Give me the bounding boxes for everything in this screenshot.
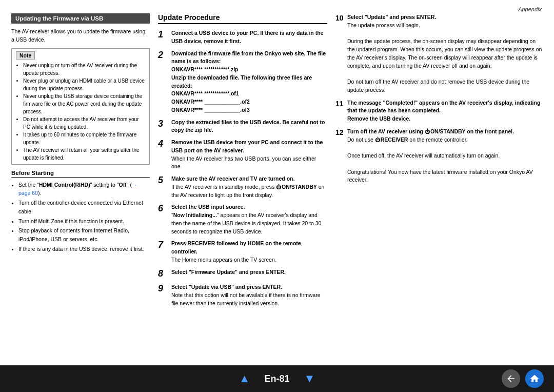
before-starting-item: Turn off Multi Zone if this function is … [18, 217, 150, 226]
note-item: The AV receiver will retain all your set… [23, 146, 145, 162]
step-11-num: 11 [335, 99, 345, 123]
appendix-label: Appendix [518, 6, 542, 12]
step-5-num: 5 [158, 175, 168, 199]
bottom-icons [502, 369, 544, 388]
before-starting-item: Turn off the controller device connected… [18, 199, 150, 216]
step-7-num: 7 [158, 240, 168, 264]
step-12: 12 Turn off the AV receiver using ⏻ON/ST… [335, 128, 543, 184]
step-2-content: Download the firmware file from the Onky… [171, 50, 327, 114]
before-starting-list: Set the "HDMI Control(RIHD)" setting to … [11, 181, 150, 253]
note-item: Do not attempt to access the AV receiver… [23, 115, 145, 131]
step-11-subheading: Remove the USB device. [347, 115, 410, 122]
steps-list: 1 Connect a USB device to your PC. If th… [158, 29, 327, 307]
step-4: 4 Remove the USB device from your PC and… [158, 139, 327, 171]
step-2-code1: ONKAVR**** ************.zip [171, 66, 239, 72]
step-11-heading: The message "Completed!" appears on the … [347, 100, 540, 114]
step-2-num: 2 [158, 50, 168, 114]
step-7-body: The Home menu appears on the TV screen. [171, 257, 276, 263]
step-4-content: Remove the USB device from your PC and c… [171, 139, 327, 171]
before-starting-item: Set the "HDMI Control(RIHD)" setting to … [18, 181, 150, 198]
step-3: 3 Copy the extracted files to the USB de… [158, 119, 327, 135]
step-6-body: "Now Initializing..." appears on the AV … [171, 212, 321, 234]
next-page-button[interactable]: ▼ [304, 372, 315, 385]
note-item: It takes up to 60 minutes to complete th… [23, 131, 145, 146]
note-label: Note [16, 51, 35, 60]
step-12-heading: Turn off the AV receiver using ⏻ON/STAND… [347, 128, 514, 134]
step-6-content: Select the USB input source. "Now Initia… [171, 203, 327, 236]
step-6-num: 6 [158, 203, 168, 236]
step-4-heading: Remove the USB device from your PC and c… [171, 139, 323, 153]
step-8-heading: Select "Firmware Update" and press ENTER… [171, 269, 286, 275]
step-2-subheading: Unzip the downloaded file. The following… [171, 74, 312, 89]
step-4-body: When the AV receiver has two USB ports, … [171, 155, 316, 170]
step-10-heading: Select "Update" and press ENTER. [347, 14, 436, 20]
back-button[interactable] [502, 369, 520, 388]
step-12-content: Turn off the AV receiver using ⏻ON/STAND… [347, 128, 543, 184]
step-1: 1 Connect a USB device to your PC. If th… [158, 29, 327, 46]
note-box: Note Never unplug or turn off the AV rec… [11, 48, 150, 165]
section-title: Updating the Firmware via USB [11, 13, 150, 24]
step-10-body1: The update process will begin. [347, 22, 420, 28]
note-item: Never plug or unplug an HDMI cable or a … [23, 77, 145, 92]
step-7-heading: Press RECEIVER followed by HOME on the r… [171, 240, 301, 254]
step-2-code4: ONKAVR**** ____________.of3 [171, 107, 250, 113]
step-1-num: 1 [158, 29, 168, 46]
step-2-code2: ONKAVR**** ************.of1 [171, 90, 239, 96]
step-5-body: If the AV receiver is in standby mode, p… [171, 184, 324, 198]
before-starting-title: Before Starting [11, 170, 150, 178]
right-column: 10 Select "Update" and press ENTER. The … [335, 13, 543, 361]
step-1-heading: Connect a USB device to your PC. If ther… [171, 30, 323, 44]
step-5-heading: Make sure the AV receiver and TV are tur… [171, 175, 294, 182]
before-starting-item: If there is any data in the USB device, … [18, 245, 150, 253]
middle-column: Update Procedure 1 Connect a USB device … [158, 13, 327, 361]
step-10: 10 Select "Update" and press ENTER. The … [335, 13, 543, 94]
step-9: 9 Select "Update via USB" and press ENTE… [158, 283, 327, 307]
step-9-body: Note that this option will not be availa… [171, 292, 321, 306]
step-11: 11 The message "Completed!" appears on t… [335, 99, 543, 123]
home-icon [529, 374, 540, 384]
bottom-nav: ▲ En-81 ▼ [239, 372, 315, 385]
step-2-code3: ONKAVR**** ____________.of2 [171, 99, 250, 105]
update-procedure-title: Update Procedure [158, 13, 327, 24]
home-button[interactable] [525, 369, 544, 388]
note-item: Never unplug the USB storage device cont… [23, 92, 145, 115]
step-8-content: Select "Firmware Update" and press ENTER… [171, 268, 327, 280]
step-4-num: 4 [158, 139, 168, 171]
back-icon [506, 374, 516, 384]
before-starting-section: Before Starting Set the "HDMI Control(RI… [11, 170, 150, 253]
step-2-heading: Download the firmware file from the Onky… [171, 50, 326, 65]
step-3-content: Copy the extracted files to the USB devi… [171, 119, 327, 135]
right-steps-list: 10 Select "Update" and press ENTER. The … [335, 13, 543, 184]
step-12-body2: Once turned off, the AV receiver will au… [347, 152, 500, 159]
step-12-num: 12 [335, 128, 345, 184]
page-label: En-81 [264, 374, 289, 384]
step-8-num: 8 [158, 268, 168, 280]
prev-page-button[interactable]: ▲ [239, 372, 250, 385]
step-5: 5 Make sure the AV receiver and TV are t… [158, 175, 327, 199]
step-9-num: 9 [158, 283, 168, 307]
step-7: 7 Press RECEIVER followed by HOME on the… [158, 240, 327, 264]
note-list: Never unplug or turn off the AV receiver… [16, 62, 145, 162]
step-6-heading: Select the USB input source. [171, 204, 245, 210]
step-3-num: 3 [158, 119, 168, 135]
step-7-content: Press RECEIVER followed by HOME on the r… [171, 240, 327, 264]
step-2: 2 Download the firmware file from the On… [158, 50, 327, 114]
step-8: 8 Select "Firmware Update" and press ENT… [158, 268, 327, 280]
step-6: 6 Select the USB input source. "Now Init… [158, 203, 327, 236]
step-10-body3: Do not turn off the AV receiver and do n… [347, 79, 529, 93]
step-10-content: Select "Update" and press ENTER. The upd… [347, 13, 543, 94]
left-intro: The AV receiver allows you to update the… [11, 28, 150, 44]
step-10-body2: During the update process, the on-screen… [347, 38, 542, 68]
content-area: Updating the Firmware via USB The AV rec… [11, 13, 543, 361]
step-3-heading: Copy the extracted files to the USB devi… [171, 119, 325, 133]
step-5-content: Make sure the AV receiver and TV are tur… [171, 175, 327, 199]
step-12-body1: Do not use ⏻RECEIVER on the remote contr… [347, 136, 468, 143]
page-container: Appendix Updating the Firmware via USB T… [0, 0, 554, 392]
note-item: Never unplug or turn off the AV receiver… [23, 62, 145, 77]
step-1-content: Connect a USB device to your PC. If ther… [171, 29, 327, 46]
bottom-bar: ▲ En-81 ▼ [0, 365, 554, 392]
step-10-num: 10 [335, 13, 345, 94]
left-column: Updating the Firmware via USB The AV rec… [11, 13, 150, 361]
step-9-content: Select "Update via USB" and press ENTER.… [171, 283, 327, 307]
step-12-body3: Congratulations! You now have the latest… [347, 169, 533, 183]
